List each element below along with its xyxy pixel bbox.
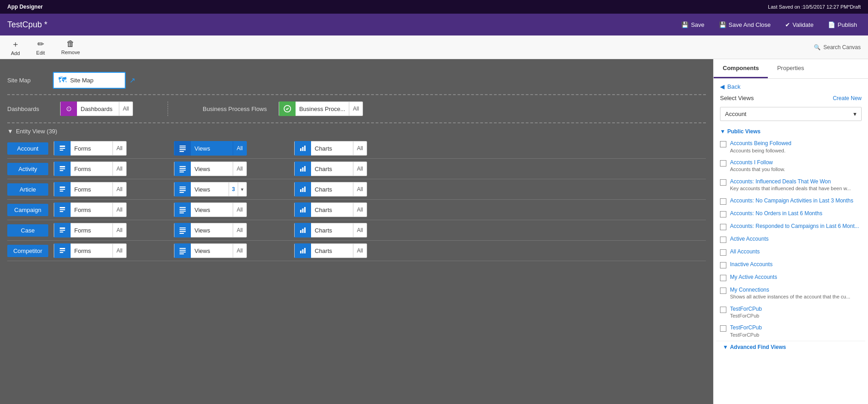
public-views-header[interactable]: ▼ Public Views — [714, 126, 868, 137]
remove-button[interactable]: 🗑 Remove — [58, 37, 84, 57]
entity-activity-btn[interactable]: Activity — [7, 163, 48, 175]
bpf-box[interactable]: Business Proce... All — [279, 101, 363, 116]
svg-rect-3 — [60, 150, 63, 151]
adv-find-header[interactable]: ▼ Advanced Find Views — [716, 341, 865, 353]
title-actions: 💾 Save 💾 Save And Close ✔ Validate 📄 Pub… — [678, 20, 861, 30]
entity-account-btn[interactable]: Account — [7, 142, 48, 155]
campaign-views-box[interactable]: Views All — [174, 202, 247, 217]
svg-rect-14 — [179, 166, 186, 167]
svg-rect-35 — [179, 209, 186, 210]
competitor-views-box[interactable]: Views All — [174, 243, 247, 258]
search-canvas[interactable]: 🔍 Search Canvas — [814, 44, 861, 50]
list-item[interactable]: TestForCPub TestForCPub — [716, 322, 865, 341]
tab-components[interactable]: Components — [714, 59, 768, 78]
account-forms-box[interactable]: Forms All — [54, 141, 127, 156]
sitemap-arrow[interactable]: ↗ — [129, 76, 135, 85]
dashboards-box[interactable]: ⊙ Dashboards All — [60, 101, 133, 116]
case-charts-box[interactable]: Charts All — [294, 223, 367, 237]
activity-charts-box[interactable]: Charts All — [294, 162, 367, 176]
activity-views-box[interactable]: Views All — [174, 162, 247, 176]
campaign-charts-box[interactable]: Charts All — [294, 202, 367, 217]
svg-rect-5 — [179, 147, 186, 148]
svg-rect-53 — [60, 252, 63, 253]
list-item[interactable]: Accounts I Follow Accounts that you foll… — [716, 157, 865, 176]
publish-button[interactable]: 📄 Publish — [824, 20, 861, 30]
competitor-forms-box[interactable]: Forms All — [54, 243, 127, 258]
svg-rect-44 — [179, 227, 186, 228]
view-checkbox[interactable] — [720, 198, 726, 205]
svg-rect-12 — [60, 168, 65, 169]
view-checkbox[interactable] — [720, 325, 726, 332]
toolbar: ＋ Add ✏ Edit 🗑 Remove 🔍 Search Canvas — [0, 35, 868, 59]
views-icon — [174, 162, 191, 176]
list-item[interactable]: TestForCPub TestForCPub — [716, 303, 865, 322]
dropdown-icon[interactable]: ▾ — [238, 182, 246, 196]
case-forms-box[interactable]: Forms All — [54, 223, 127, 237]
views-list[interactable]: Accounts Being Followed Accounts being f… — [714, 137, 868, 404]
save-button[interactable]: 💾 Save — [678, 20, 708, 30]
back-button[interactable]: ◀ Back — [714, 79, 868, 95]
list-item[interactable]: Accounts: No Orders in Last 6 Months — [716, 207, 865, 220]
view-checkbox[interactable] — [720, 275, 726, 281]
case-views-box[interactable]: Views All — [174, 223, 247, 237]
list-item[interactable]: Accounts Being Followed Accounts being f… — [716, 137, 865, 157]
article-charts-box[interactable]: Charts All — [294, 182, 367, 197]
add-button[interactable]: ＋ Add — [7, 37, 24, 58]
tab-properties[interactable]: Properties — [768, 59, 813, 78]
views-icon — [174, 202, 191, 217]
entity-article-btn[interactable]: Article — [7, 183, 48, 196]
charts-icon — [295, 243, 311, 258]
campaign-forms-box[interactable]: Forms All — [54, 202, 127, 217]
svg-rect-39 — [302, 208, 304, 212]
svg-rect-15 — [179, 168, 186, 169]
view-checkbox[interactable] — [720, 262, 726, 268]
view-checkbox[interactable] — [720, 249, 726, 256]
view-checkbox[interactable] — [720, 224, 726, 230]
competitor-charts-box[interactable]: Charts All — [294, 243, 367, 258]
bpf-label: Business Process Flows — [203, 106, 267, 112]
view-checkbox[interactable] — [720, 141, 726, 147]
list-item[interactable]: Accounts: Responded to Campaigns in Last… — [716, 220, 865, 233]
collapse-icon[interactable]: ▼ — [7, 128, 13, 135]
svg-rect-23 — [60, 191, 63, 192]
list-item[interactable]: Active Accounts — [716, 233, 865, 246]
panel-tabs: Components Properties — [714, 59, 868, 79]
svg-rect-32 — [60, 209, 65, 210]
entity-competitor-btn[interactable]: Competitor — [7, 245, 48, 257]
save-and-close-button[interactable]: 💾 Save And Close — [715, 20, 775, 30]
entity-case-btn[interactable]: Case — [7, 224, 48, 237]
svg-rect-42 — [60, 230, 65, 231]
sitemap-box[interactable]: 🗺 Site Map — [53, 72, 126, 89]
view-checkbox[interactable] — [720, 307, 726, 313]
view-checkbox[interactable] — [720, 179, 726, 186]
list-item[interactable]: My Active Accounts — [716, 271, 865, 284]
account-views-box[interactable]: Views All — [174, 141, 247, 156]
entity-dropdown[interactable]: Account ▾ — [720, 107, 862, 121]
list-item[interactable]: All Accounts — [716, 246, 865, 258]
remove-icon: 🗑 — [66, 39, 75, 49]
view-checkbox[interactable] — [720, 160, 726, 167]
svg-rect-52 — [60, 250, 65, 251]
view-checkbox[interactable] — [720, 237, 726, 243]
sitemap-row: Site Map 🗺 Site Map ↗ — [7, 66, 706, 95]
edit-button[interactable]: ✏ Edit — [33, 37, 49, 57]
create-new-link[interactable]: Create New — [833, 95, 862, 101]
sitemap-label: Site Map — [7, 77, 53, 84]
entity-campaign-btn[interactable]: Campaign — [7, 204, 48, 216]
activity-forms-box[interactable]: Forms All — [54, 162, 127, 176]
forms-icon — [54, 243, 71, 258]
divider — [168, 101, 168, 116]
list-item[interactable]: Inactive Accounts — [716, 258, 865, 271]
list-item[interactable]: Accounts: No Campaign Activities in Last… — [716, 195, 865, 207]
view-checkbox[interactable] — [720, 288, 726, 294]
svg-rect-36 — [179, 211, 186, 212]
list-item[interactable]: Accounts: Influenced Deals That We Won K… — [716, 176, 865, 195]
article-views-box[interactable]: Views 3 ▾ — [174, 182, 247, 197]
view-checkbox[interactable] — [720, 211, 726, 217]
canvas-area[interactable]: Site Map 🗺 Site Map ↗ Dashboards ⊙ Dashb… — [0, 59, 713, 404]
list-item[interactable]: My Connections Shows all active instance… — [716, 284, 865, 303]
account-charts-box[interactable]: Charts All — [294, 141, 367, 156]
article-forms-box[interactable]: Forms All — [54, 182, 127, 197]
svg-rect-38 — [300, 210, 301, 212]
validate-button[interactable]: ✔ Validate — [781, 20, 817, 30]
